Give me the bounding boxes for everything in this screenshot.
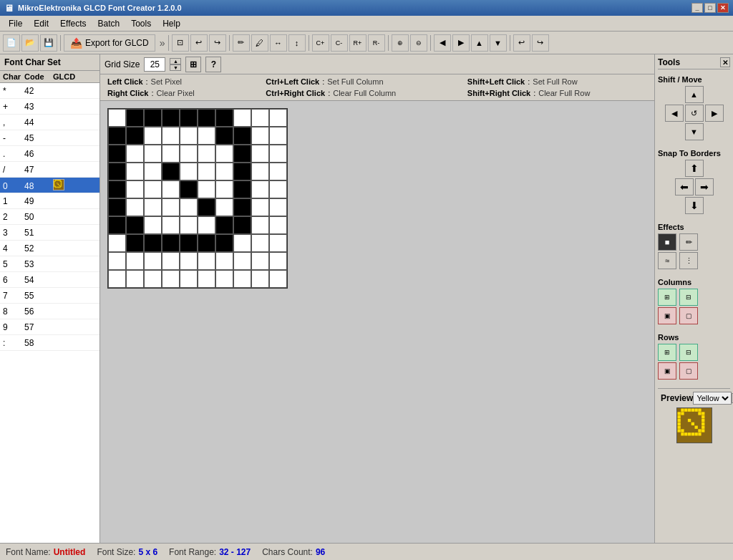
char-row[interactable]: 351	[0, 225, 99, 241]
pixel-cell[interactable]	[215, 163, 233, 180]
menu-file[interactable]: File	[3, 17, 28, 30]
pixel-cell[interactable]	[233, 163, 251, 180]
pixel-grid[interactable]	[107, 108, 288, 289]
pixel-cell[interactable]	[198, 163, 215, 180]
pixel-cell[interactable]	[198, 270, 215, 288]
char-row[interactable]: 654	[0, 272, 99, 288]
pixel-cell[interactable]	[126, 180, 144, 198]
menu-tools[interactable]: Tools	[125, 17, 157, 30]
menu-batch[interactable]: Batch	[92, 17, 126, 30]
pixel-cell[interactable]	[144, 109, 162, 127]
grid-size-input[interactable]	[144, 57, 165, 72]
char-row[interactable]: 048	[0, 178, 99, 193]
pixel-cell[interactable]	[126, 127, 144, 145]
pixel-cell[interactable]	[108, 109, 126, 127]
pixel-cell[interactable]	[251, 163, 269, 180]
pixel-cell[interactable]	[198, 180, 215, 198]
snap-top-button[interactable]: ⬆	[685, 160, 704, 177]
char-row[interactable]: 250	[0, 209, 99, 225]
tb-zoom-out[interactable]: ⊖	[410, 34, 427, 52]
tb-icon-1[interactable]: ⊡	[172, 34, 189, 52]
pixel-cell[interactable]	[233, 252, 251, 270]
pixel-cell[interactable]	[144, 216, 162, 234]
pixel-cell[interactable]	[233, 180, 251, 198]
grid-size-spinner[interactable]: ▲ ▼	[170, 58, 181, 71]
char-row[interactable]: 149	[0, 193, 99, 209]
effect-invert[interactable]: ■	[658, 233, 676, 251]
shift-left-button[interactable]: ◀	[665, 105, 684, 122]
tb-redo[interactable]: ↪	[209, 34, 226, 52]
pixel-cell[interactable]	[144, 127, 162, 145]
pixel-cell[interactable]	[180, 145, 198, 163]
pixel-cell[interactable]	[126, 145, 144, 163]
pixel-cell[interactable]	[269, 216, 287, 234]
effect-dots[interactable]: ⋮	[679, 252, 698, 269]
menu-help[interactable]: Help	[157, 17, 186, 30]
snap-right-button[interactable]: ➡	[695, 178, 714, 195]
tb-mirror-v[interactable]: ↕	[288, 34, 306, 52]
pixel-cell[interactable]	[180, 270, 198, 288]
pixel-cell[interactable]	[162, 198, 180, 216]
pixel-cell[interactable]	[198, 145, 215, 163]
pixel-cell[interactable]	[215, 109, 233, 127]
open-button[interactable]: 📂	[21, 34, 39, 52]
shift-down-button[interactable]: ▼	[685, 123, 704, 140]
pixel-cell[interactable]	[144, 234, 162, 252]
tb-undo[interactable]: ↩	[190, 34, 208, 52]
pixel-cell[interactable]	[162, 145, 180, 163]
col-del-left[interactable]: ▣	[658, 307, 676, 324]
spin-down[interactable]: ▼	[170, 64, 181, 71]
pixel-cell[interactable]	[162, 252, 180, 270]
pixel-cell[interactable]	[215, 270, 233, 288]
pixel-cell[interactable]	[108, 127, 126, 145]
pixel-cell[interactable]	[251, 252, 269, 270]
tb-undo2[interactable]: ↩	[513, 34, 530, 52]
tb-shift-r[interactable]: ▶	[452, 34, 470, 52]
row-ins-top[interactable]: ⊞	[658, 344, 676, 361]
effect-wave[interactable]: ≈	[658, 252, 676, 269]
pixel-cell[interactable]	[233, 127, 251, 145]
pixel-cell[interactable]	[162, 234, 180, 252]
pixel-cell[interactable]	[269, 270, 287, 288]
char-row[interactable]: .46	[0, 146, 99, 162]
row-del-bot[interactable]: ▢	[679, 362, 698, 380]
pixel-cell[interactable]	[144, 163, 162, 180]
pixel-cell[interactable]	[251, 127, 269, 145]
pixel-cell[interactable]	[251, 198, 269, 216]
tb-col-add[interactable]: C+	[312, 34, 329, 52]
pixel-cell[interactable]	[233, 109, 251, 127]
pixel-cell[interactable]	[251, 180, 269, 198]
tb-shift-l[interactable]: ◀	[434, 34, 451, 52]
pixel-cell[interactable]	[144, 198, 162, 216]
pixel-cell[interactable]	[251, 216, 269, 234]
pixel-cell[interactable]	[251, 145, 269, 163]
pixel-cell[interactable]	[198, 216, 215, 234]
pixel-cell[interactable]	[233, 270, 251, 288]
toolbar-expand-arrow[interactable]: »	[160, 37, 165, 49]
pixel-cell[interactable]	[108, 252, 126, 270]
shift-right-button[interactable]: ▶	[705, 105, 724, 122]
pixel-cell[interactable]	[108, 145, 126, 163]
shift-up-button[interactable]: ▲	[685, 86, 704, 103]
pixel-cell[interactable]	[144, 252, 162, 270]
char-row[interactable]: :58	[0, 335, 99, 351]
tb-zoom-in[interactable]: ⊕	[392, 34, 409, 52]
preview-color-select[interactable]: Yellow Green White	[693, 392, 732, 405]
row-del-top[interactable]: ▣	[658, 362, 676, 380]
effect-pencil[interactable]: ✏	[679, 233, 698, 251]
pixel-cell[interactable]	[215, 234, 233, 252]
export-glcd-button[interactable]: 📤 Export for GLCD	[64, 34, 155, 52]
pixel-cell[interactable]	[108, 216, 126, 234]
pixel-cell[interactable]	[233, 216, 251, 234]
char-row[interactable]: 755	[0, 288, 99, 304]
shift-center-button[interactable]: ↺	[685, 105, 704, 122]
menu-edit[interactable]: Edit	[28, 17, 54, 30]
maximize-button[interactable]: □	[704, 3, 716, 13]
pixel-cell[interactable]	[108, 180, 126, 198]
pixel-cell[interactable]	[180, 198, 198, 216]
pixel-cell[interactable]	[180, 234, 198, 252]
col-del-right[interactable]: ▢	[679, 307, 698, 324]
pixel-cell[interactable]	[108, 163, 126, 180]
pixel-cell[interactable]	[180, 163, 198, 180]
pixel-cell[interactable]	[126, 216, 144, 234]
